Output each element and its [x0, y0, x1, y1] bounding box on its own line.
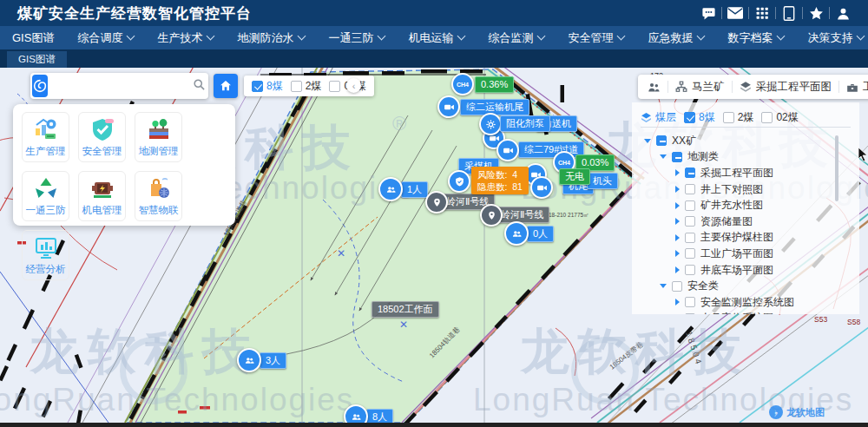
checkbox-unchecked[interactable] [685, 184, 695, 194]
nav-item-production-tech[interactable]: 生产技术 [157, 30, 214, 46]
nav-item-geology-water[interactable]: 地测防治水 [237, 30, 305, 46]
checkbox-checked[interactable] [684, 112, 695, 123]
shield-icon[interactable] [448, 170, 470, 193]
panel-scrollbar[interactable] [835, 135, 838, 201]
inhibitor-pump-label[interactable]: 阻化剂泵 [500, 115, 550, 132]
checkbox-unchecked[interactable] [685, 313, 695, 314]
tree-node-coal-pillar[interactable]: 主要保护煤柱图 [641, 230, 851, 246]
caret-collapsed-icon[interactable] [675, 186, 680, 193]
tile-smart-iot[interactable]: 智慧物联 [135, 171, 182, 221]
checkbox-unchecked[interactable] [685, 200, 695, 211]
checkbox-unchecked[interactable] [685, 233, 695, 243]
caret-collapsed-icon[interactable] [675, 169, 680, 176]
caret-collapsed-icon[interactable] [675, 299, 680, 305]
checkbox-unchecked[interactable] [761, 112, 773, 123]
longruan-logo[interactable] [32, 75, 48, 97]
caret-expanded-icon[interactable] [644, 139, 651, 143]
caret-collapsed-icon[interactable] [675, 266, 680, 273]
checkbox-unchecked[interactable] [329, 81, 340, 92]
people-group-button[interactable] [648, 82, 661, 93]
tools-button[interactable]: 工具 [846, 80, 868, 95]
apps-grid-icon[interactable] [749, 4, 775, 22]
tree-node-mine[interactable]: XX矿 [641, 133, 851, 149]
machine-head-label[interactable]: 机头 [587, 173, 618, 189]
drawing-selector-button[interactable]: 采掘工程平面图 [740, 80, 832, 95]
checkbox-unchecked[interactable] [723, 112, 734, 123]
seam-option-2[interactable]: 2煤 [291, 79, 322, 94]
people-count-label[interactable]: 0人 [527, 226, 554, 242]
checkbox-unchecked[interactable] [685, 248, 695, 259]
mail-icon[interactable] [722, 4, 748, 22]
people-icon[interactable] [378, 177, 403, 201]
tile-safety-mgmt[interactable]: 安全管理 [78, 112, 126, 162]
checkbox-unchecked[interactable] [685, 216, 695, 227]
gear-icon[interactable] [479, 113, 502, 135]
panel-seam-option-02[interactable]: 02煤 [761, 110, 798, 125]
people-icon[interactable] [344, 404, 368, 423]
tile-ventilation[interactable]: 一通三防 [22, 171, 69, 221]
workface-label[interactable]: 18502工作面 [372, 301, 439, 318]
caret-collapsed-icon[interactable] [675, 250, 680, 257]
checkbox-partial[interactable] [685, 168, 695, 178]
risk-hazard-panel[interactable]: 风险数: 4 隐患数: 81 [471, 167, 529, 194]
camera-icon[interactable] [437, 95, 460, 118]
collapse-left-icon[interactable]: ‹ [346, 78, 361, 93]
tree-node-water-filling[interactable]: 矿井充水性图 [641, 197, 851, 214]
panel-seam-option-2[interactable]: 2煤 [723, 110, 754, 125]
seam-option-8[interactable]: 8煤 [252, 79, 283, 94]
nav-item-gis[interactable]: GIS图谱 [12, 30, 54, 46]
tile-business-analysis[interactable]: 经营分析 [22, 230, 69, 280]
tree-node-personnel-location[interactable]: 人员定位系统图 [641, 311, 851, 314]
no-power-label[interactable]: 无电 [559, 168, 590, 185]
checkbox-partial[interactable] [656, 135, 667, 146]
caret-collapsed-icon[interactable] [675, 202, 680, 209]
checkbox-checked[interactable] [252, 81, 263, 92]
camera-icon[interactable] [496, 139, 519, 161]
checkbox-partial[interactable] [672, 152, 682, 162]
tree-node-safety-class[interactable]: 安全类 [641, 278, 851, 294]
checkbox-unchecked[interactable] [672, 281, 682, 292]
nav-item-electromech[interactable]: 机电运输 [408, 30, 464, 46]
nav-item-safety[interactable]: 安全管理 [568, 30, 624, 46]
tree-node-safety-monitoring[interactable]: 安全监测监控系统图 [641, 294, 851, 311]
location-pin-icon[interactable] [425, 191, 448, 214]
caret-collapsed-icon[interactable] [675, 234, 680, 241]
tile-electromech-mgmt[interactable]: 机电管理 [78, 171, 126, 221]
search-icon[interactable] [193, 78, 206, 95]
caret-collapsed-icon[interactable] [675, 218, 680, 225]
mine-selector-button[interactable]: 马兰矿 [675, 80, 725, 95]
people-count-label[interactable]: 8人 [366, 409, 393, 423]
people-icon[interactable] [237, 348, 261, 372]
caret-expanded-icon[interactable] [660, 284, 667, 288]
checkbox-unchecked[interactable] [685, 265, 695, 275]
location-pin-icon[interactable] [480, 204, 503, 227]
nav-item-emergency[interactable]: 应急救援 [648, 30, 704, 46]
people-count-label[interactable]: 3人 [260, 352, 286, 369]
people-count-label[interactable]: 1人 [401, 181, 428, 198]
search-input[interactable] [51, 75, 189, 97]
nav-item-archives[interactable]: 数字档案 [727, 30, 784, 46]
checkbox-unchecked[interactable] [291, 81, 302, 92]
tree-node-resource-reserve[interactable]: 资源储量图 [641, 214, 851, 230]
nav-item-ventilation[interactable]: 一通三防 [328, 30, 385, 46]
ch4-sensor-icon[interactable]: CH4 [451, 73, 474, 95]
tree-node-mining-plan[interactable]: 采掘工程平面图 [641, 165, 851, 181]
nav-item-dispatch[interactable]: 综合调度 [77, 30, 134, 46]
pipeline-label[interactable]: 岭河Ⅱ号线 [495, 207, 549, 223]
tab-gis-map[interactable]: GIS图谱 [7, 51, 67, 68]
panel-seam-option-8[interactable]: 8煤 [684, 110, 715, 125]
checkbox-unchecked[interactable] [685, 297, 695, 307]
nav-item-monitoring[interactable]: 综合监测 [488, 30, 544, 46]
tree-node-geology-class[interactable]: 地测类 [641, 149, 851, 166]
crossing-label[interactable]: 综二79#过道 [518, 141, 584, 158]
tablet-icon[interactable] [776, 4, 802, 22]
camera-icon[interactable] [530, 176, 553, 199]
user-icon[interactable] [830, 4, 856, 22]
tile-production-mgmt[interactable]: 生产管理 [22, 112, 69, 162]
home-button[interactable] [214, 74, 238, 98]
chat-icon[interactable] [695, 4, 721, 22]
tree-node-industrial-plaza[interactable]: 工业广场平面图 [641, 246, 851, 262]
tree-node-surface-contrast[interactable]: 井上下对照图 [641, 181, 851, 198]
nav-item-decision[interactable]: 决策支持 [807, 30, 864, 46]
tree-node-pit-bottom-yard[interactable]: 井底车场平面图 [641, 262, 851, 279]
